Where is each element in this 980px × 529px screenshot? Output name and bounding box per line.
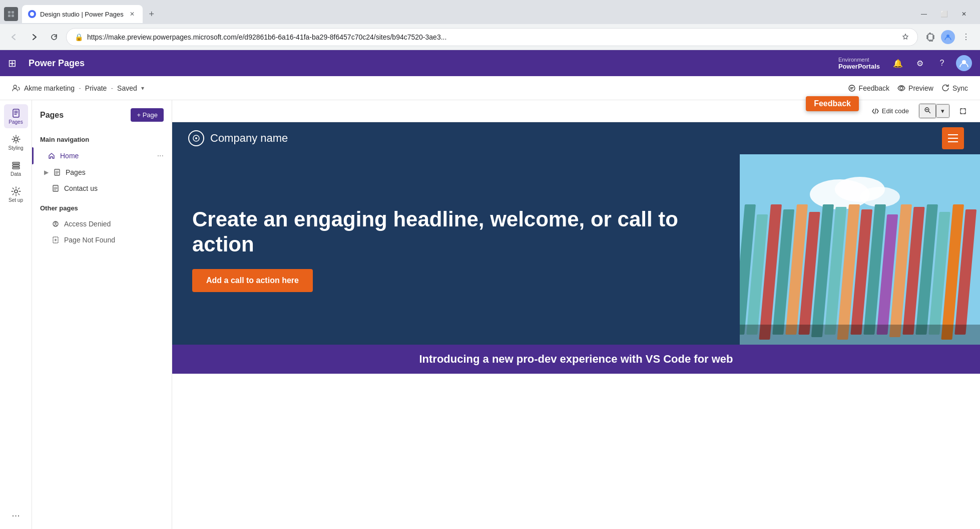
- environment-label[interactable]: Environment PowerPortals: [834, 55, 884, 71]
- contact-page-icon: [52, 185, 59, 192]
- svg-point-19: [55, 222, 57, 224]
- pages-panel: Pages + Page Main navigation Home ··· ▶ …: [32, 100, 172, 529]
- sidebar-item-data[interactable]: Data: [4, 156, 28, 180]
- pages-label: Pages: [9, 119, 23, 125]
- tab-bar: Design studio | Power Pages ✕ + — ⬜ ✕: [0, 0, 980, 24]
- hero-content: Create an engaging headline, welcome, or…: [172, 154, 740, 345]
- sidebar-item-styling[interactable]: Styling: [4, 130, 28, 154]
- hamburger-line-3: [948, 141, 958, 142]
- nav-item-pages-label: Pages: [66, 168, 86, 176]
- svg-rect-12: [13, 162, 20, 164]
- zoom-chevron-button[interactable]: ▾: [936, 104, 949, 118]
- refresh-button[interactable]: [46, 29, 62, 45]
- site-selector[interactable]: Akme marketing - Private - Saved ▾: [12, 84, 144, 92]
- hero-image: [740, 154, 980, 345]
- hero-cta-button[interactable]: Add a call to action here: [192, 269, 313, 292]
- topbar-right: Environment PowerPortals 🔔 ⚙ ?: [834, 55, 972, 71]
- help-button[interactable]: ?: [934, 55, 950, 71]
- expand-icon: [959, 108, 966, 115]
- feedback-icon: [848, 84, 856, 92]
- pages-icon: [11, 108, 21, 118]
- svg-point-4: [30, 12, 34, 16]
- preview-button[interactable]: Preview: [897, 84, 933, 92]
- other-pages-header: Other pages: [32, 200, 172, 216]
- company-name-text: Company name: [210, 132, 288, 145]
- notification-button[interactable]: 🔔: [890, 55, 906, 71]
- edit-code-icon: [872, 108, 879, 115]
- panel-header: Pages + Page: [32, 108, 172, 128]
- new-tab-button[interactable]: +: [145, 7, 159, 21]
- page-not-found-icon: [52, 236, 59, 243]
- user-profile-avatar[interactable]: [956, 55, 972, 71]
- profile-button[interactable]: [940, 29, 956, 45]
- settings-button[interactable]: ⚙: [912, 55, 928, 71]
- browser-toolbar: 🔒 https://make.preview.powerpages.micros…: [0, 24, 980, 50]
- extensions-button[interactable]: [922, 29, 938, 45]
- panel-title: Pages: [40, 111, 64, 120]
- zoom-controls: ▾: [918, 103, 950, 119]
- rail-more-button[interactable]: ...: [4, 501, 28, 525]
- data-icon: [11, 160, 21, 170]
- sync-button[interactable]: Sync: [941, 84, 968, 92]
- nav-item-contact-us[interactable]: Contact us: [32, 180, 172, 196]
- site-separator: -: [79, 84, 81, 92]
- site-logo: Company name: [188, 130, 288, 146]
- minimize-button[interactable]: —: [916, 6, 932, 22]
- data-label: Data: [11, 171, 21, 177]
- browser-toolbar-icons: ⋮: [922, 29, 974, 45]
- active-tab[interactable]: Design studio | Power Pages ✕: [22, 5, 143, 23]
- close-button[interactable]: ✕: [956, 6, 972, 22]
- nav-item-pages[interactable]: ▶ Pages: [32, 164, 172, 180]
- site-separator2: -: [111, 84, 113, 92]
- site-logo-circle: [188, 130, 204, 146]
- nav-item-contact-us-label: Contact us: [64, 184, 98, 192]
- nav-item-home[interactable]: Home ···: [32, 147, 172, 164]
- back-button[interactable]: [6, 29, 22, 45]
- site-status: Saved: [117, 84, 137, 92]
- hamburger-menu[interactable]: [942, 127, 964, 149]
- sync-icon: [941, 84, 949, 92]
- home-icon: [48, 152, 55, 159]
- header-actions: Feedback Preview Sync: [848, 84, 968, 92]
- more-options-button[interactable]: ⋮: [958, 29, 974, 45]
- feedback-tooltip: Feedback: [806, 96, 859, 111]
- svg-rect-13: [13, 165, 20, 166]
- preview-icon: [897, 84, 905, 92]
- feedback-button[interactable]: Feedback: [848, 84, 889, 92]
- app-shell: ⊞ Power Pages Environment PowerPortals 🔔…: [0, 50, 980, 529]
- nav-item-page-not-found-label: Page Not Found: [64, 236, 115, 244]
- waffle-icon[interactable]: ⊞: [8, 57, 17, 69]
- nav-item-access-denied[interactable]: Access Denied: [32, 216, 172, 232]
- main-content: Pages Styling Data Set up ... Pages: [0, 100, 980, 529]
- canvas-area: Edit code ▾: [172, 100, 980, 529]
- address-bar[interactable]: 🔒 https://make.preview.powerpages.micros…: [66, 28, 918, 46]
- edit-code-button[interactable]: Edit code: [866, 105, 914, 117]
- sidebar-item-pages[interactable]: Pages: [4, 104, 28, 128]
- users-icon: [12, 84, 20, 92]
- svg-point-23: [195, 137, 197, 139]
- expand-button[interactable]: [954, 105, 972, 117]
- maximize-button[interactable]: ⬜: [936, 6, 952, 22]
- url-text: https://make.preview.powerpages.microsof…: [87, 33, 897, 41]
- app-topbar: ⊞ Power Pages Environment PowerPortals 🔔…: [0, 50, 980, 76]
- zoom-out-button[interactable]: [919, 104, 936, 118]
- browser-chrome: Design studio | Power Pages ✕ + — ⬜ ✕ 🔒 …: [0, 0, 980, 50]
- svg-rect-0: [8, 11, 11, 14]
- forward-button[interactable]: [26, 29, 42, 45]
- star-icon: [901, 33, 909, 41]
- hamburger-line-1: [948, 134, 958, 135]
- svg-point-27: [860, 187, 900, 207]
- add-page-button[interactable]: + Page: [131, 108, 164, 122]
- sidebar-item-setup[interactable]: Set up: [4, 182, 28, 206]
- main-navigation-header: Main navigation: [32, 132, 172, 147]
- nav-item-page-not-found[interactable]: Page Not Found: [32, 232, 172, 248]
- setup-label: Set up: [9, 197, 23, 203]
- canvas-scroll[interactable]: Company name Create an engaging headline…: [172, 122, 980, 529]
- home-more-icon[interactable]: ···: [157, 151, 164, 160]
- styling-label: Styling: [8, 145, 23, 151]
- hero-title: Create an engaging headline, welcome, or…: [192, 207, 720, 257]
- hero-image-placeholder: [740, 154, 980, 345]
- tab-group-icon: [4, 7, 18, 21]
- announcement-bar: Introducing a new pro-dev experience wit…: [172, 345, 980, 374]
- tab-close-button[interactable]: ✕: [128, 10, 137, 19]
